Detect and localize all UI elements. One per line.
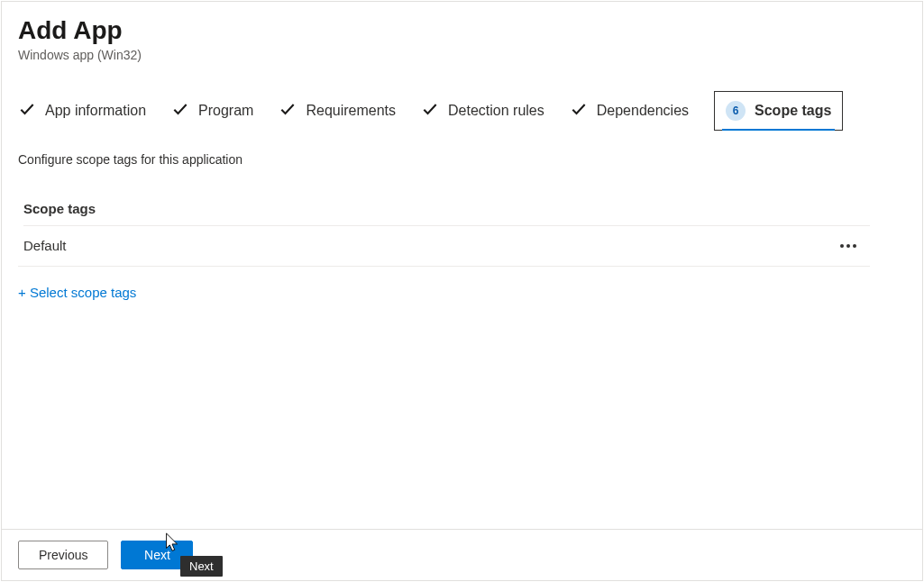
- section-description: Configure scope tags for this applicatio…: [18, 152, 906, 167]
- more-icon[interactable]: [836, 237, 861, 255]
- step-app-information[interactable]: App information: [18, 100, 146, 122]
- step-label: Program: [198, 103, 253, 119]
- step-scope-tags[interactable]: 6 Scope tags: [714, 91, 843, 131]
- step-detection-rules[interactable]: Detection rules: [421, 100, 544, 122]
- check-icon: [570, 100, 588, 122]
- scope-tag-row: Default: [18, 226, 870, 267]
- scope-tag-name: Default: [23, 238, 67, 253]
- next-tooltip: Next: [180, 556, 223, 577]
- step-label: Scope tags: [755, 103, 831, 119]
- check-icon: [18, 100, 36, 122]
- check-icon: [421, 100, 439, 122]
- step-label: App information: [45, 103, 146, 119]
- step-number-badge: 6: [726, 101, 746, 121]
- page-subtitle: Windows app (Win32): [18, 48, 906, 62]
- check-icon: [279, 100, 297, 122]
- previous-button[interactable]: Previous: [18, 541, 108, 569]
- step-program[interactable]: Program: [171, 100, 253, 122]
- page-title: Add App: [18, 15, 906, 46]
- check-icon: [171, 100, 189, 122]
- wizard-stepper: App information Program Requirements Det…: [18, 91, 906, 131]
- step-label: Requirements: [306, 103, 396, 119]
- step-requirements[interactable]: Requirements: [279, 100, 396, 122]
- wizard-footer: Previous Next: [2, 529, 922, 580]
- step-label: Dependencies: [597, 103, 689, 119]
- step-dependencies[interactable]: Dependencies: [570, 100, 689, 122]
- section-heading: Scope tags: [23, 201, 870, 226]
- select-scope-tags-link[interactable]: + Select scope tags: [18, 285, 136, 300]
- step-label: Detection rules: [448, 103, 544, 119]
